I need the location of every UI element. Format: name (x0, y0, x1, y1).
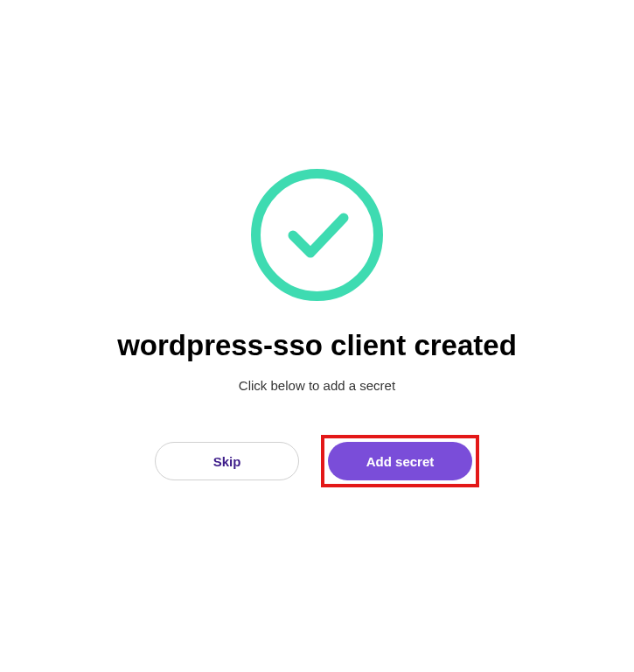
skip-button[interactable]: Skip (155, 442, 299, 480)
highlight-box: Add secret (321, 435, 479, 487)
success-panel: wordpress-sso client created Click below… (117, 167, 517, 487)
success-title: wordpress-sso client created (117, 329, 517, 362)
svg-point-0 (255, 174, 378, 297)
button-row: Skip Add secret (155, 435, 479, 487)
success-subtitle: Click below to add a secret (239, 378, 395, 393)
add-secret-button[interactable]: Add secret (328, 442, 472, 480)
checkmark-icon (249, 167, 385, 303)
